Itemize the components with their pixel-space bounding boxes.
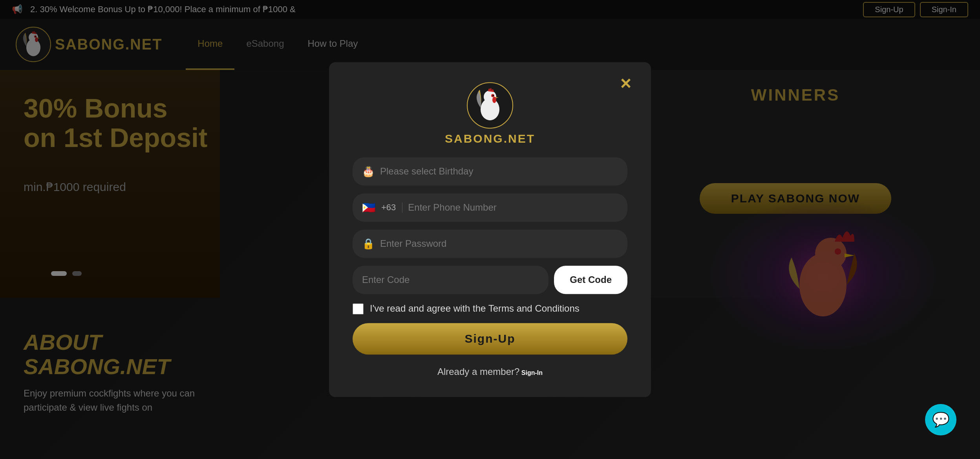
birthday-input[interactable]: [380, 166, 618, 177]
birthday-field[interactable]: 🎂: [353, 157, 627, 185]
modal-close-button[interactable]: ×: [620, 74, 631, 93]
modal-logo-text: SABONG.NET: [445, 132, 535, 145]
already-member-text: Already a member?: [437, 366, 519, 377]
terms-text: I've read and agree with the Terms and C…: [370, 302, 580, 315]
modal-logo: SABONG.NET: [445, 82, 535, 145]
terms-row: I've read and agree with the Terms and C…: [353, 302, 627, 315]
modal-signup-button[interactable]: Sign-Up: [353, 323, 627, 354]
code-input[interactable]: [353, 266, 549, 294]
modal-form: 🎂 🇵🇭 +63 🔒 Get Code I've read and agree …: [353, 157, 627, 377]
svg-point-14: [492, 95, 494, 96]
phone-input[interactable]: [408, 202, 618, 213]
get-code-button[interactable]: Get Code: [554, 266, 627, 294]
password-icon: 🔒: [362, 238, 375, 250]
chat-icon: 💬: [932, 411, 950, 428]
birthday-icon: 🎂: [362, 165, 375, 178]
password-field[interactable]: 🔒: [353, 230, 627, 258]
signup-modal: × SABONG.NET 🎂 🇵🇭: [329, 62, 651, 397]
phone-flag-icon: 🇵🇭: [362, 201, 376, 214]
modal-signin-link[interactable]: Sign-In: [521, 369, 543, 376]
phone-field[interactable]: 🇵🇭 +63: [353, 193, 627, 222]
chat-button[interactable]: 💬: [925, 404, 956, 435]
modal-logo-icon: [466, 82, 514, 129]
terms-checkbox[interactable]: [353, 303, 364, 314]
password-input[interactable]: [380, 238, 618, 249]
phone-code: +63: [381, 202, 402, 213]
code-row: Get Code: [353, 266, 627, 294]
svg-point-15: [492, 97, 496, 103]
